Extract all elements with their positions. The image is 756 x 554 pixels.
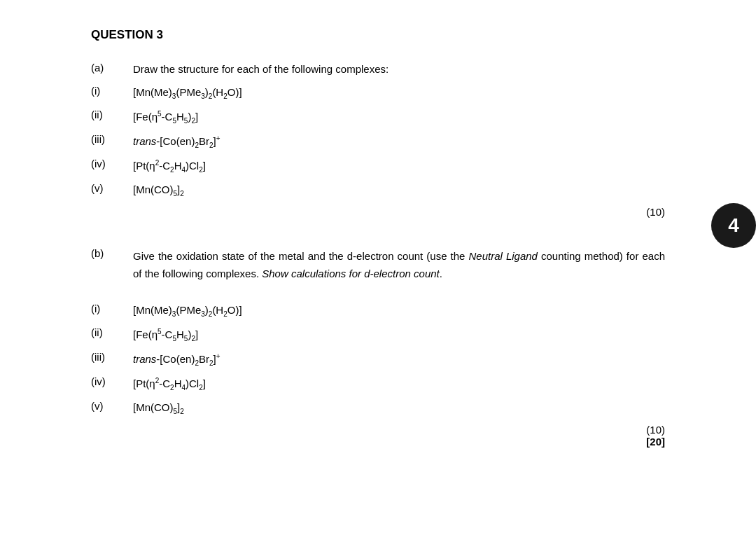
- part-b-label: (b): [91, 247, 133, 259]
- part-b-item-ii-label: (ii): [91, 326, 133, 338]
- page-tab: 4: [711, 203, 756, 248]
- part-b-item-v-formula: [Mn(CO)5]2: [133, 400, 665, 417]
- part-a-marks-value: (10): [646, 206, 665, 218]
- bottom-marks: (10) [20]: [91, 424, 665, 448]
- page-number: 4: [728, 214, 739, 237]
- part-b-row: (b) Give the oxidation state of the meta…: [91, 247, 665, 283]
- part-b-item-i: (i) [Mn(Me)3(PMe3)2(H2O)]: [91, 303, 665, 319]
- total-marks: [20]: [646, 436, 665, 448]
- part-b-item-iii-label: (iii): [91, 351, 133, 363]
- part-b-item-ii-formula: [Fe(η5-C5H5)2]: [133, 326, 665, 344]
- part-b-item-i-formula: [Mn(Me)3(PMe3)2(H2O)]: [133, 303, 665, 319]
- part-a-item-iv-label: (iv): [91, 158, 133, 169]
- part-a-label: (a): [91, 62, 133, 74]
- part-a-item-ii-label: (ii): [91, 109, 133, 120]
- part-a-row: (a) Draw the structure for each of the f…: [91, 62, 665, 78]
- part-b-item-v-label: (v): [91, 400, 133, 412]
- question-title: QUESTION 3: [91, 28, 665, 42]
- part-a-item-iii-formula: trans-[Co(en)2Br2]+: [133, 133, 665, 151]
- part-a-item-iv-formula: [Pt(η2-C2H4)Cl2]: [133, 158, 665, 175]
- part-a-item-i-formula: [Mn(Me)3(PMe3)2(H2O)]: [133, 85, 665, 102]
- part-a-item-v-label: (v): [91, 182, 133, 194]
- part-a-item-ii-formula: [Fe(η5-C5H5)2]: [133, 109, 665, 126]
- part-b-item-iv-label: (iv): [91, 375, 133, 387]
- part-b-content: Give the oxidation state of the metal an…: [133, 247, 665, 283]
- part-a-item-iv: (iv) [Pt(η2-C2H4)Cl2]: [91, 158, 665, 175]
- part-a-item-i-label: (i): [91, 85, 133, 97]
- part-a-item-ii: (ii) [Fe(η5-C5H5)2]: [91, 109, 665, 126]
- part-a-item-iii-label: (iii): [91, 133, 133, 145]
- part-b-item-i-label: (i): [91, 303, 133, 314]
- page-container: QUESTION 3 (a) Draw the structure for ea…: [0, 0, 756, 476]
- part-b-item-iv-formula: [Pt(η2-C2H4)Cl2]: [133, 375, 665, 393]
- part-b-item-v: (v) [Mn(CO)5]2: [91, 400, 665, 417]
- part-b-item-iii: (iii) trans-[Co(en)2Br2]+: [91, 351, 665, 368]
- part-a-instruction: Draw the structure for each of the follo…: [133, 62, 665, 78]
- part-a-item-iii: (iii) trans-[Co(en)2Br2]+: [91, 133, 665, 151]
- part-b-marks: (10): [646, 424, 665, 436]
- part-b-item-iv: (iv) [Pt(η2-C2H4)Cl2]: [91, 375, 665, 393]
- part-b-item-ii: (ii) [Fe(η5-C5H5)2]: [91, 326, 665, 344]
- part-a-item-i: (i) [Mn(Me)3(PMe3)2(H2O)]: [91, 85, 665, 102]
- part-a-item-v-formula: [Mn(CO)5]2: [133, 182, 665, 199]
- part-a-item-v: (v) [Mn(CO)5]2: [91, 182, 665, 199]
- part-b-item-iii-formula: trans-[Co(en)2Br2]+: [133, 351, 665, 368]
- part-a-marks: (10): [91, 206, 665, 218]
